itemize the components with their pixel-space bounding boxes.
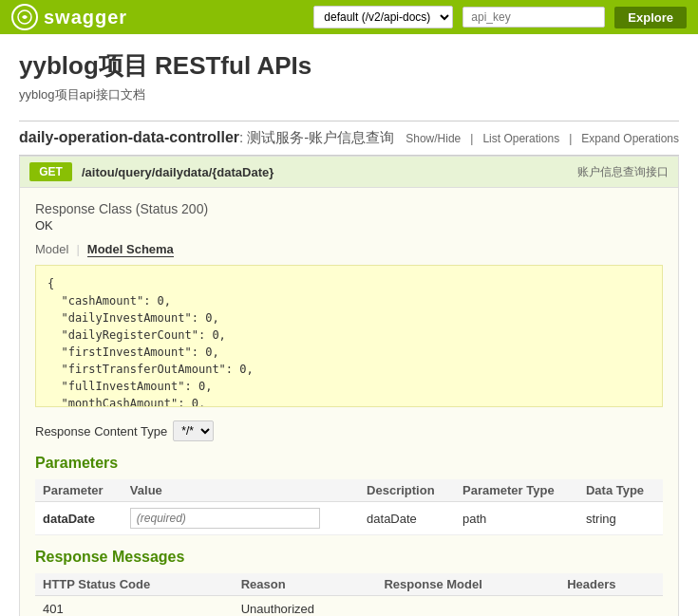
- model-schema-tab[interactable]: Model Schema: [87, 242, 174, 257]
- main-content: yyblog项目 RESTful APIs yyblog项目api接口文档 da…: [0, 34, 698, 616]
- operation-block: GET /aitou/query/dailydata/{dataDate} 账户…: [19, 156, 679, 616]
- reason: Unauthorized: [234, 596, 377, 617]
- method-badge: GET: [29, 162, 72, 181]
- content-type-select[interactable]: */*: [173, 420, 214, 441]
- parameters-table: Parameter Value Description Parameter Ty…: [35, 479, 663, 535]
- parameters-title: Parameters: [35, 455, 663, 472]
- operation-header: GET /aitou/query/dailydata/{dataDate} 账户…: [20, 157, 678, 188]
- response-messages-section: Response Messages HTTP Status Code Reaso…: [35, 549, 663, 616]
- param-name: dataDate: [35, 502, 123, 535]
- controller-name: daily-operation-data-controller: 测试服务-账户…: [19, 129, 394, 147]
- expand-operations-link[interactable]: Expand Operations: [581, 132, 679, 145]
- col-reason: Reason: [234, 573, 377, 596]
- json-schema-box: { "cashAmount": 0, "dailyInvestAmount": …: [35, 265, 663, 407]
- model-tab[interactable]: Model: [35, 242, 68, 257]
- params-header-row: Parameter Value Description Parameter Ty…: [35, 479, 663, 502]
- col-response-model: Response Model: [376, 573, 559, 596]
- col-description: Description: [359, 479, 455, 502]
- header: swagger default (/v2/api-docs) Explore: [0, 0, 698, 34]
- response-ok: OK: [35, 218, 663, 233]
- list-operations-link[interactable]: List Operations: [482, 132, 559, 145]
- explore-button[interactable]: Explore: [614, 7, 687, 28]
- param-value[interactable]: [123, 502, 359, 535]
- operation-body: Response Class (Status 200) OK Model | M…: [20, 188, 678, 616]
- param-type: path: [455, 502, 578, 535]
- model-tabs: Model | Model Schema: [35, 242, 663, 257]
- response-content-type-label: Response Content Type: [35, 424, 167, 439]
- table-row: 401 Unauthorized: [35, 596, 663, 617]
- response-header-row: HTTP Status Code Reason Response Model H…: [35, 573, 663, 596]
- response-model: [376, 596, 559, 617]
- col-value: Value: [123, 479, 359, 502]
- response-content-type: Response Content Type */*: [35, 420, 663, 441]
- response-table: HTTP Status Code Reason Response Model H…: [35, 573, 663, 616]
- swagger-logo-icon: [11, 4, 38, 30]
- page-subtitle: yyblog项目api接口文档: [19, 86, 679, 103]
- controller-header: daily-operation-data-controller: 测试服务-账户…: [19, 121, 679, 156]
- col-parameter: Parameter: [35, 479, 123, 502]
- response-class-title: Response Class (Status 200): [35, 201, 663, 216]
- col-status-code: HTTP Status Code: [35, 573, 234, 596]
- controller-links: Show/Hide | List Operations | Expand Ope…: [406, 132, 679, 145]
- table-row: dataDate dataDate path string: [35, 502, 663, 535]
- status-code: 401: [35, 596, 234, 617]
- col-data-type: Data Type: [578, 479, 663, 502]
- col-param-type: Parameter Type: [455, 479, 578, 502]
- operation-path: /aitou/query/dailydata/{dataDate}: [82, 165, 577, 179]
- logo: swagger: [11, 4, 127, 30]
- swagger-logo-text: swagger: [44, 7, 127, 28]
- response-messages-title: Response Messages: [35, 549, 663, 566]
- param-value-input[interactable]: [130, 508, 320, 529]
- operation-note: 账户信息查询接口: [577, 164, 669, 180]
- param-description: dataDate: [359, 502, 455, 535]
- json-content: { "cashAmount": 0, "dailyInvestAmount": …: [47, 275, 651, 407]
- col-headers: Headers: [559, 573, 663, 596]
- show-hide-link[interactable]: Show/Hide: [406, 132, 461, 145]
- parameters-section: Parameters Parameter Value Description P…: [35, 455, 663, 535]
- headers: [559, 596, 663, 617]
- param-data-type: string: [578, 502, 663, 535]
- api-key-input[interactable]: [462, 7, 605, 28]
- api-docs-select[interactable]: default (/v2/api-docs): [313, 6, 453, 28]
- page-title: yyblog项目 RESTful APIs: [19, 49, 679, 83]
